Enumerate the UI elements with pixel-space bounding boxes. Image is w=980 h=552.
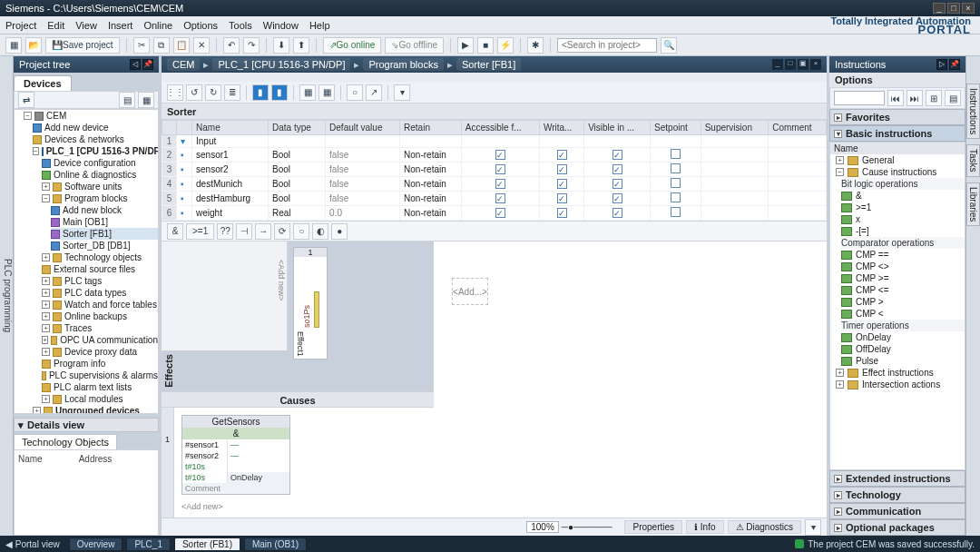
iface-row[interactable]: 1▾Input (162, 135, 827, 148)
details-view-header[interactable]: ▾Details view (14, 418, 159, 432)
new-project-icon[interactable]: ▦ (5, 37, 22, 54)
left-strip-plc-programming[interactable]: PLC programming (0, 56, 14, 536)
go-online-button[interactable]: ⇗ Go online (323, 37, 382, 54)
menu-view[interactable]: View (75, 20, 97, 31)
cem-tb-icon[interactable]: >=1 (186, 223, 214, 240)
acc-extended[interactable]: ▸Extended instructions (829, 470, 965, 487)
tree-item-sorter-fb1[interactable]: Sorter [FB1] (51, 228, 158, 240)
tb-icon[interactable]: ▦ (299, 84, 316, 101)
rstrip-instructions[interactable]: Instructions (966, 84, 980, 139)
tab-devices[interactable]: Devices (14, 75, 72, 91)
footer-collapse-icon[interactable]: ▾ (805, 519, 821, 536)
effect-column-1[interactable]: 1 so1Ps Effect1 (293, 247, 328, 360)
tree-expand-icon[interactable]: ▤ (119, 92, 135, 108)
status-tab-sorter[interactable]: Sorter (FB1) (174, 537, 240, 551)
crumb-plc[interactable]: PLC_1 [CPU 1516-3 PN/DP] (212, 58, 350, 71)
stop-cpu-icon[interactable]: ■ (477, 37, 494, 54)
zoom-slider[interactable]: ─●────── (562, 522, 612, 532)
search-icon[interactable]: 🔍 (661, 37, 677, 54)
save-project-button[interactable]: 💾 Save project (45, 37, 120, 54)
menu-options[interactable]: Options (183, 20, 218, 31)
menu-project[interactable]: Project (5, 20, 36, 31)
tab-diagnostics[interactable]: ⚠ Diagnostics (728, 520, 801, 534)
iface-row[interactable]: 4▪destMunichBoolfalseNon-retain✓✓✓ (162, 177, 827, 192)
tb-icon[interactable]: ▦ (318, 84, 335, 101)
upload-icon[interactable]: ⬆ (293, 37, 309, 54)
status-tab-main[interactable]: Main (OB1) (244, 537, 307, 551)
iface-row[interactable]: 5▪destHamburgBoolfalseNon-retain✓✓✓ (162, 192, 827, 206)
status-tab-overview[interactable]: Overview (69, 537, 123, 551)
zoom-select[interactable]: 100% (526, 521, 559, 533)
tb-icon[interactable]: ↻ (205, 84, 221, 101)
start-cpu-icon[interactable]: ▶ (457, 37, 474, 54)
cem-matrix[interactable]: <Add...> (434, 242, 827, 518)
iface-row[interactable]: 2▪sensor1BoolfalseNon-retain✓✓✓ (162, 148, 827, 163)
flash-icon[interactable]: ⚡ (497, 37, 514, 54)
open-project-icon[interactable]: 📂 (25, 37, 42, 54)
acc-basic-instructions[interactable]: ▾Basic instructions (829, 125, 965, 142)
redo-icon[interactable]: ↷ (243, 37, 260, 54)
tab-properties[interactable]: Properties (624, 520, 682, 534)
portal-view-button[interactable]: Portal view (15, 539, 60, 549)
rstrip-tasks[interactable]: Tasks (966, 144, 980, 177)
tb-insert-icon[interactable]: ▮ (252, 84, 269, 101)
cem-tb-icon[interactable]: ● (331, 223, 348, 240)
acc-favorites[interactable]: ▸Favorites (829, 109, 965, 125)
editor-max-icon[interactable]: □ (785, 59, 796, 70)
status-tab-plc[interactable]: PLC_1 (126, 537, 171, 551)
instruction-tree[interactable]: Name +General −Cause instructions Bit lo… (829, 142, 965, 470)
tb-icon[interactable]: ○ (347, 84, 363, 101)
cause-block-1[interactable]: GetSensors & #sensor1— #sensor2— t#10s t… (181, 415, 290, 495)
cem-tb-icon[interactable]: ⟳ (274, 223, 290, 240)
tb-icon[interactable]: ⋮⋮ (167, 84, 183, 101)
cut-icon[interactable]: ✂ (133, 37, 150, 54)
tb-icon[interactable]: ≣ (224, 84, 240, 101)
collapse-icon[interactable]: ◁ (130, 59, 141, 70)
acc-technology[interactable]: ▸Technology (829, 487, 965, 503)
editor-min-icon[interactable]: _ (772, 59, 783, 70)
menu-online[interactable]: Online (143, 20, 172, 31)
menu-window[interactable]: Window (263, 20, 299, 31)
tab-technology-objects[interactable]: Technology Objects (14, 434, 117, 449)
crumb-project[interactable]: CEM (167, 58, 200, 71)
cem-tb-icon[interactable]: ⊣ (236, 223, 252, 240)
pin-icon[interactable]: 📌 (949, 59, 960, 70)
window-close-icon[interactable]: × (962, 3, 975, 14)
acc-communication[interactable]: ▸Communication (829, 503, 965, 519)
crumb-block[interactable]: Sorter [FB1] (456, 58, 521, 71)
pin-icon[interactable]: 📌 (142, 59, 153, 70)
crumb-program-blocks[interactable]: Program blocks (363, 58, 443, 71)
cem-tb-icon[interactable]: ◐ (312, 223, 328, 240)
menu-edit[interactable]: Edit (47, 20, 64, 31)
window-restore-icon[interactable]: □ (947, 3, 960, 14)
iface-row[interactable]: 6▪weightReal0.0Non-retain✓✓✓ (162, 206, 827, 221)
instr-tb-icon[interactable]: ⏭ (906, 90, 923, 106)
editor-close-icon[interactable]: × (810, 59, 821, 70)
menu-help[interactable]: Help (309, 20, 330, 31)
delete-icon[interactable]: ✕ (193, 37, 210, 54)
tb-icon[interactable]: ↗ (366, 84, 382, 101)
copy-icon[interactable]: ⧉ (153, 37, 170, 54)
project-search-input[interactable] (557, 38, 657, 53)
cem-tb-icon[interactable]: ?? (217, 223, 233, 240)
collapse-icon[interactable]: ▷ (936, 59, 947, 70)
matrix-add-cell[interactable]: <Add...> (452, 278, 488, 305)
download-icon[interactable]: ⬇ (273, 37, 289, 54)
rstrip-libraries[interactable]: Libraries (966, 182, 980, 226)
editor-float-icon[interactable]: ▣ (798, 59, 808, 70)
block-interface-table[interactable]: NameData typeDefault valueRetainAccessib… (162, 120, 827, 222)
cross-ref-icon[interactable]: ✱ (527, 37, 544, 54)
cem-tb-icon[interactable]: → (255, 223, 271, 240)
menu-insert[interactable]: Insert (108, 20, 133, 31)
paste-icon[interactable]: 📋 (173, 37, 190, 54)
tree-network-icon[interactable]: ⇄ (18, 92, 34, 108)
tb-icon[interactable]: ▾ (394, 84, 410, 101)
instruction-search-input[interactable] (834, 91, 885, 105)
go-offline-button[interactable]: ⇘ Go offline (385, 37, 444, 54)
iface-row[interactable]: 3▪sensor2BoolfalseNon-retain✓✓✓ (162, 163, 827, 177)
menu-tools[interactable]: Tools (229, 20, 252, 31)
instr-tb-icon[interactable]: ⏮ (887, 90, 904, 106)
tab-info[interactable]: ℹ Info (686, 520, 723, 534)
add-cause[interactable]: <Add new> (181, 502, 290, 511)
cem-tb-icon[interactable]: & (167, 223, 183, 240)
